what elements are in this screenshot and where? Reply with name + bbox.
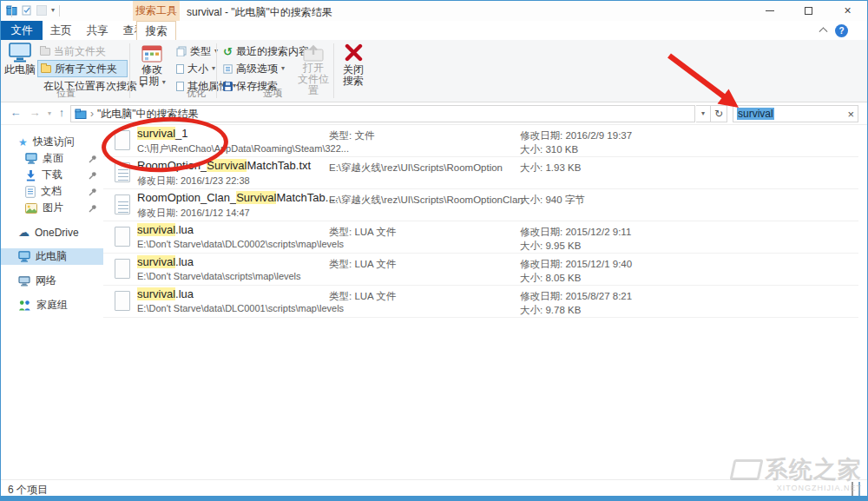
sidebar-item-downloads[interactable]: 下载 (1, 167, 103, 183)
file-type: 类型: LUA 文件 (329, 258, 396, 271)
search-term-highlight: Survival (207, 159, 247, 172)
file-type: 类型: LUA 文件 (329, 290, 396, 303)
sidebar-item-this-pc[interactable]: 此电脑 (1, 248, 103, 265)
blank-document-icon (115, 259, 130, 279)
search-term-highlight: Survival (236, 191, 276, 204)
text-document-icon (115, 194, 130, 214)
properties-icon[interactable] (22, 5, 32, 16)
clear-search-icon[interactable]: × (847, 108, 854, 121)
tab-search-active[interactable]: 搜索 (136, 21, 176, 40)
sidebar-item-network[interactable]: 网络 (1, 273, 103, 289)
thumbnail-view-button[interactable] (858, 483, 860, 495)
refresh-icon[interactable]: ↻ (711, 105, 727, 122)
save-icon (223, 82, 233, 91)
collapse-ribbon-button[interactable] (820, 26, 829, 35)
size-label: 大小 (187, 62, 208, 76)
advanced-options-icon (223, 64, 233, 74)
file-path: E:\穿越火线\rez\UI\Scripts\RoomOptionClan (329, 194, 523, 207)
pin-icon (89, 188, 96, 196)
options-group-label: 选项 (233, 87, 312, 100)
file-size: 大小: 1.93 KB (520, 161, 581, 175)
file-row[interactable]: RoomOption_Clan_SurvivalMatchTab.... 修改日… (103, 189, 858, 221)
forward-button[interactable]: → (27, 106, 43, 119)
desktop-icon (25, 153, 37, 164)
recent-locations-dropdown[interactable]: ▾ (44, 109, 55, 117)
this-pc-scope-button[interactable]: 此电脑 (4, 42, 36, 89)
sidebar-item-quick-access[interactable]: ★ 快速访问 (1, 134, 103, 150)
date-modified-button[interactable]: 修改 日期 ▾ (133, 42, 171, 89)
all-subfolders-button[interactable]: 所有子文件夹 (37, 60, 128, 77)
minimize-button[interactable] (750, 1, 789, 20)
navigation-pane: ★ 快速访问 桌面 下载 文档 图片 (1, 125, 103, 479)
file-path: E:\Don't Starve\data\DLC0001\scripts\map… (137, 303, 326, 313)
search-ribbon: 此电脑 当前文件夹 所有子文件夹 在以下位置再次搜索 ▾ 位置 修改 (1, 40, 867, 102)
tab-share[interactable]: 共享 (79, 21, 115, 40)
file-size: 大小: 8.05 KB (520, 271, 632, 285)
sidebar-item-documents[interactable]: 文档 (1, 183, 103, 200)
customize-qat-dropdown[interactable]: ▾ (51, 7, 55, 14)
computer-icon (18, 251, 30, 262)
file-row[interactable]: survival_1 C:\用户\RenChao\AppData\Roaming… (103, 125, 858, 157)
help-button[interactable]: ? (835, 24, 848, 37)
file-row[interactable]: survival.lua E:\Don't Starve\data\script… (103, 254, 858, 286)
chevron-down-icon: ▾ (281, 65, 285, 72)
chevron-down-icon: ▾ (212, 65, 215, 72)
chevron-down-icon: ▾ (162, 78, 166, 86)
search-term-highlight: survival (137, 223, 175, 236)
search-input[interactable]: survival × (733, 105, 858, 122)
sidebar-label: 此电脑 (36, 249, 67, 264)
status-bar: 6 个项目 (1, 479, 867, 496)
tab-file[interactable]: 文件 (1, 21, 43, 40)
close-search-label-2: 搜索 (343, 76, 364, 87)
open-location-icon (302, 42, 325, 63)
current-folder-label: 当前文件夹 (54, 44, 106, 59)
location-group-label: 位置 (27, 87, 105, 100)
file-size: 大小: 9.95 KB (520, 239, 631, 253)
sidebar-item-homegroup[interactable]: 家庭组 (1, 297, 103, 313)
chevron-up-icon (819, 27, 828, 36)
tab-home[interactable]: 主页 (43, 21, 79, 40)
address-breadcrumb[interactable]: › "此电脑"中的搜索结果 (70, 105, 695, 122)
search-term-highlight: survival (137, 287, 175, 300)
contextual-tab-header: 搜索工具 (133, 1, 180, 21)
file-size: 大小: 940 字节 (520, 193, 585, 207)
divider (216, 43, 217, 98)
details-view-button[interactable] (852, 483, 853, 495)
sidebar-label: 家庭组 (36, 298, 68, 313)
sidebar-label: OneDrive (35, 227, 79, 239)
file-date: 修改日期: 2016/2/9 19:37 (520, 129, 632, 142)
close-search-button[interactable]: 关闭 搜索 (338, 42, 369, 89)
file-path: C:\用户\RenChao\AppData\Roaming\Steam\322.… (137, 142, 326, 155)
search-term-highlight: survival (137, 255, 175, 268)
back-button[interactable]: ← (8, 106, 23, 119)
computer-icon (8, 42, 32, 64)
thumbnail-view-icon (858, 482, 860, 496)
text-document-icon (115, 162, 130, 182)
file-row[interactable]: survival.lua E:\Don't Starve\data\DLC000… (103, 286, 858, 318)
close-search-icon (344, 42, 364, 64)
open-file-location-button[interactable]: 打开 文件位置 (296, 42, 331, 89)
close-button[interactable]: × (828, 1, 867, 20)
blank-document-icon (115, 130, 130, 150)
new-folder-icon[interactable] (36, 5, 47, 16)
sidebar-item-onedrive[interactable]: ☁ OneDrive (1, 224, 103, 241)
document-icon (25, 186, 36, 198)
folder-tree-icon (41, 65, 51, 73)
file-path: E:\穿越火线\rez\UI\Scripts\RoomOption (329, 162, 503, 175)
sidebar-item-desktop[interactable]: 桌面 (1, 150, 103, 167)
up-button[interactable]: ↑ (55, 106, 69, 119)
sidebar-item-pictures[interactable]: 图片 (1, 200, 103, 216)
homegroup-icon (18, 300, 31, 311)
file-size: 大小: 9.78 KB (520, 303, 632, 317)
maximize-icon (805, 7, 812, 15)
address-dropdown-button[interactable]: ▾ (696, 105, 711, 122)
kind-icon (176, 46, 187, 56)
maximize-button[interactable] (789, 1, 828, 20)
minimize-icon (766, 10, 774, 11)
title-bar: ▾ 搜索工具 survival - "此电脑"中的搜索结果 × (1, 1, 867, 21)
file-row[interactable]: RoomOption_SurvivalMatchTab.txt 修改日期: 20… (103, 157, 858, 189)
current-folder-button[interactable]: 当前文件夹 (37, 43, 128, 60)
ribbon-tab-row: 文件 主页 共享 查看 搜索 ? (1, 21, 867, 40)
file-row[interactable]: survival.lua E:\Don't Starve\data\DLC000… (103, 221, 858, 254)
sidebar-label: 桌面 (43, 151, 63, 166)
